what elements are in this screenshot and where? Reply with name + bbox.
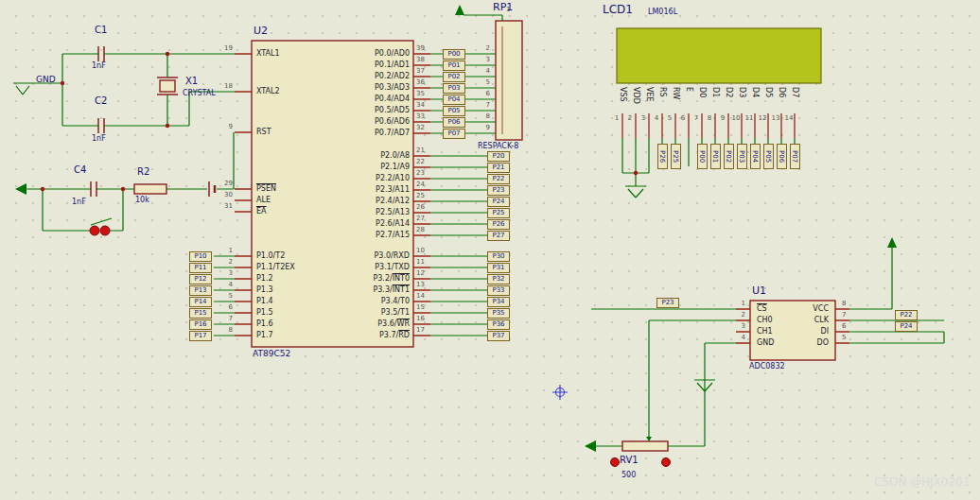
- net-label[interactable]: P21: [487, 163, 510, 173]
- pin-name: P0.2/AD2: [312, 71, 410, 82]
- net-label[interactable]: P00: [443, 49, 465, 60]
- pin-name: P3.2/INT0: [312, 273, 410, 284]
- reset-button-terminal[interactable]: [100, 226, 110, 235]
- net-label[interactable]: P06: [443, 117, 465, 128]
- pin-number: 14: [416, 291, 435, 302]
- lcd-pin-name: E: [685, 87, 693, 92]
- r2-resistor-body[interactable]: [134, 184, 166, 194]
- net-label[interactable]: P17: [189, 331, 212, 341]
- u2-p3-names: P3.0/RXDP3.1/TXDP3.2/INT0P3.3/INT1P3.4/T…: [312, 250, 410, 341]
- net-label[interactable]: P05: [443, 106, 465, 116]
- pin-number: 33: [416, 112, 435, 123]
- net-label[interactable]: P07: [443, 129, 465, 139]
- lcd-screen[interactable]: [617, 28, 821, 83]
- schematic-canvas[interactable]: GND C1 1nF C2 1nF X1 CRYSTAL C4 1nF R2 1…: [0, 0, 980, 500]
- pot-decrease-button[interactable]: [611, 458, 620, 467]
- net-label[interactable]: P23: [487, 185, 510, 196]
- pin-number: 5: [210, 291, 233, 302]
- pot-increase-button[interactable]: [662, 458, 671, 467]
- net-label[interactable]: P01: [710, 144, 721, 169]
- c2-capacitor-icon[interactable]: [98, 118, 104, 133]
- u2-p1-net-labels: P10P11P12P13P14P15P16P17: [189, 250, 212, 341]
- net-label[interactable]: P34: [487, 297, 510, 307]
- pin-name: VCC: [776, 303, 829, 315]
- power-up-arrow-icon: [455, 5, 464, 15]
- net-label[interactable]: P26: [657, 144, 668, 169]
- net-label[interactable]: P02: [443, 72, 465, 82]
- p3-bus-wires[interactable]: [430, 256, 487, 336]
- pin-number: 39: [416, 43, 435, 55]
- net-label[interactable]: P16: [189, 319, 212, 330]
- capacitor-and-crystal-plates[interactable]: [91, 46, 215, 197]
- net-label[interactable]: P04: [750, 144, 761, 169]
- c2-value: 1nF: [92, 134, 106, 143]
- net-label[interactable]: P23: [656, 298, 679, 308]
- lcd-pin-name: VDD: [632, 87, 640, 104]
- lcd-pin-number: 5: [663, 114, 676, 122]
- ground-icon: [625, 186, 646, 198]
- net-label[interactable]: P22: [487, 174, 510, 184]
- lcd-pin-number: 1: [610, 114, 623, 122]
- reset-circuit-wires[interactable]: [26, 132, 234, 231]
- rv1-value: 500: [621, 471, 636, 479]
- net-label[interactable]: P02: [724, 144, 734, 169]
- pin-number: 1: [723, 299, 745, 310]
- u2-p3-net-labels: P30P31P32P33P34P35P36P37: [487, 250, 510, 341]
- net-label[interactable]: P33: [487, 285, 510, 296]
- net-label[interactable]: P11: [189, 263, 212, 273]
- net-label[interactable]: P13: [189, 285, 212, 296]
- net-label[interactable]: P14: [189, 297, 212, 307]
- c2-ref: C2: [95, 95, 107, 106]
- pin-number: 7: [467, 100, 490, 112]
- lcd-pin-number: 2: [623, 114, 637, 122]
- net-label[interactable]: P35: [487, 308, 510, 319]
- pin-number: 4: [210, 280, 233, 291]
- net-label[interactable]: P03: [737, 144, 747, 169]
- net-label[interactable]: P26: [487, 219, 510, 230]
- pin-name: P3.4/T0: [312, 296, 410, 307]
- rp1-respack-body[interactable]: [496, 21, 522, 140]
- net-label[interactable]: P30: [487, 251, 510, 262]
- net-label[interactable]: P36: [487, 319, 510, 330]
- ground-icon: [13, 83, 32, 95]
- pin-number: 28: [416, 225, 435, 236]
- rp1-pin1-wire[interactable]: [464, 15, 502, 21]
- lcd-pin-number: 12: [756, 114, 769, 122]
- net-label[interactable]: P32: [487, 274, 510, 284]
- net-label[interactable]: P05: [763, 144, 774, 169]
- net-label[interactable]: P25: [487, 208, 510, 218]
- pin-number: 8: [467, 112, 490, 123]
- net-label[interactable]: P01: [443, 60, 465, 71]
- pin-number: 2: [210, 257, 233, 268]
- pin-number: 4: [467, 66, 490, 78]
- reset-button-terminal[interactable]: [90, 226, 99, 235]
- c1-capacitor-icon[interactable]: [98, 46, 104, 61]
- net-label[interactable]: P12: [189, 274, 212, 284]
- net-label[interactable]: P00: [697, 144, 708, 169]
- net-label[interactable]: P06: [777, 144, 787, 169]
- net-label[interactable]: P22: [895, 310, 918, 320]
- u2-p0-numbers: 3938373635343332: [416, 43, 435, 134]
- net-label[interactable]: P15: [189, 308, 212, 319]
- net-label[interactable]: P25: [671, 144, 681, 169]
- pin-number: 32: [416, 123, 435, 134]
- pin-name: P3.7/RD: [312, 330, 410, 341]
- net-label[interactable]: P24: [895, 321, 918, 332]
- c4-capacitor-icon[interactable]: [91, 181, 96, 197]
- net-label[interactable]: P04: [443, 95, 465, 105]
- net-label[interactable]: P27: [487, 231, 510, 241]
- net-label[interactable]: P10: [189, 251, 212, 262]
- rv1-pot-body[interactable]: [622, 441, 668, 451]
- net-label[interactable]: P24: [487, 197, 510, 207]
- pin-name: P2.4/A12: [312, 196, 410, 207]
- u2-p0-names: P0.0/AD0P0.1/AD1P0.2/AD2P0.3/AD3P0.4/AD4…: [312, 48, 410, 139]
- net-label[interactable]: P31: [487, 263, 510, 273]
- net-label[interactable]: P03: [443, 83, 465, 94]
- lcd-pin-number: 9: [716, 114, 729, 122]
- p2-bus-wires[interactable]: [430, 156, 487, 235]
- lcd-data-net-labels: P00P01P02P03P04P05P06P07: [695, 144, 801, 169]
- net-label[interactable]: P20: [487, 151, 510, 162]
- net-label[interactable]: P37: [487, 331, 510, 341]
- x1-crystal-body[interactable]: [160, 80, 175, 92]
- net-label[interactable]: P07: [790, 144, 800, 169]
